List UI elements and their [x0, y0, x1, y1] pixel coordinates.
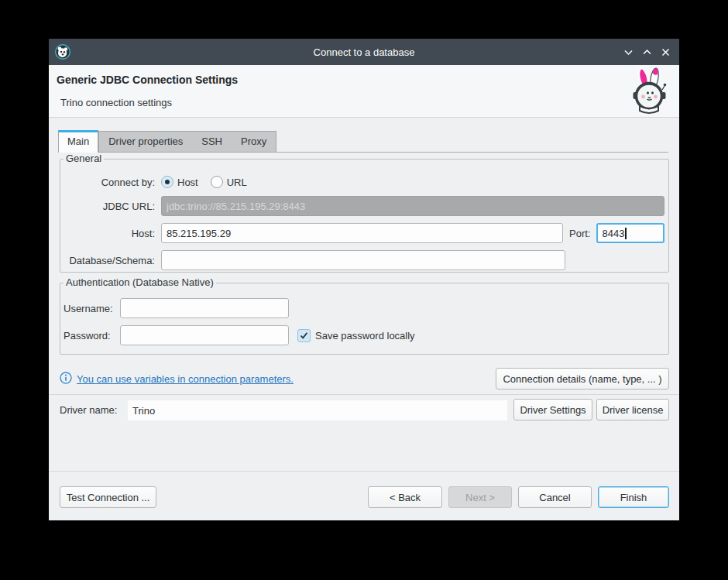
- finish-button[interactable]: Finish: [598, 486, 669, 508]
- window-title: Connect to a database: [49, 46, 679, 58]
- minimize-button[interactable]: [619, 43, 637, 61]
- page-subtitle: Trino connection settings: [60, 97, 172, 108]
- screen-background: Connect to a database: [0, 0, 728, 580]
- tab-group-inactive: Driver properties SSH Proxy: [98, 131, 276, 153]
- driver-name-label: Driver name:: [60, 399, 117, 420]
- connection-details-button[interactable]: Connection details (name, type, ... ): [496, 368, 669, 390]
- jdbc-url-label: JDBC URL:: [60, 201, 155, 212]
- driver-settings-button[interactable]: Driver Settings: [513, 399, 592, 420]
- authentication-group: Authentication (Database Native) Usernam…: [60, 283, 669, 355]
- checkmark-icon: [300, 331, 308, 340]
- username-input[interactable]: [120, 298, 289, 318]
- separator-top: [49, 394, 679, 395]
- tab-ssh[interactable]: SSH: [192, 132, 232, 152]
- jdbc-url-field: jdbc:trino://85.215.195.29:8443: [161, 196, 664, 216]
- tab-bar: Main Driver properties SSH Proxy: [58, 130, 276, 153]
- password-label: Password:: [64, 330, 114, 341]
- variables-hint-row: You can use variables in connection para…: [60, 368, 294, 390]
- tab-main[interactable]: Main: [58, 130, 98, 153]
- chevron-down-icon: [623, 47, 634, 57]
- general-group-title: General: [64, 153, 104, 164]
- maximize-button[interactable]: [637, 43, 656, 61]
- variables-link[interactable]: You can use variables in connection para…: [77, 373, 294, 385]
- next-button: Next >: [448, 486, 512, 508]
- driver-license-button[interactable]: Driver license: [596, 399, 669, 420]
- host-radio[interactable]: [161, 176, 173, 188]
- port-label: Port:: [563, 228, 591, 239]
- connect-database-dialog: Connect to a database: [49, 39, 679, 520]
- page-title: Generic JDBC Connection Settings: [57, 74, 238, 86]
- cancel-button[interactable]: Cancel: [518, 486, 592, 508]
- username-label: Username:: [64, 303, 114, 314]
- chevron-up-icon: [642, 47, 652, 57]
- back-button[interactable]: < Back: [368, 486, 442, 508]
- host-input[interactable]: 85.215.195.29: [161, 223, 563, 243]
- connect-by-label: Connect by:: [60, 177, 155, 188]
- titlebar[interactable]: Connect to a database: [49, 39, 679, 65]
- trino-bunny-logo: [630, 67, 669, 116]
- save-password-checkbox[interactable]: [297, 329, 311, 342]
- url-radio[interactable]: [211, 176, 223, 188]
- separator-bottom: [49, 471, 679, 472]
- general-group: General Connect by: Host URL JDBC URL: j…: [60, 159, 669, 273]
- close-button[interactable]: [656, 43, 675, 61]
- save-password-label[interactable]: Save password locally: [315, 330, 415, 341]
- host-radio-label[interactable]: Host: [177, 177, 198, 188]
- tab-proxy[interactable]: Proxy: [232, 132, 276, 152]
- tab-driver-properties[interactable]: Driver properties: [99, 132, 192, 152]
- text-caret: [625, 228, 627, 239]
- password-input[interactable]: [120, 325, 289, 345]
- port-value: 8443: [602, 228, 624, 239]
- driver-name-field: Trino: [128, 400, 507, 420]
- database-schema-input[interactable]: [161, 250, 565, 270]
- authentication-group-title: Authentication (Database Native): [64, 276, 216, 288]
- wizard-header: Generic JDBC Connection Settings Trino c…: [49, 65, 679, 118]
- window-controls: [619, 39, 675, 65]
- database-schema-label: Database/Schema:: [60, 255, 155, 266]
- host-label: Host:: [60, 228, 155, 239]
- url-radio-label[interactable]: URL: [227, 177, 247, 188]
- port-input[interactable]: 8443: [596, 223, 664, 243]
- close-icon: [661, 47, 671, 57]
- test-connection-button[interactable]: Test Connection ...: [60, 486, 156, 508]
- info-circle-icon: [60, 372, 72, 386]
